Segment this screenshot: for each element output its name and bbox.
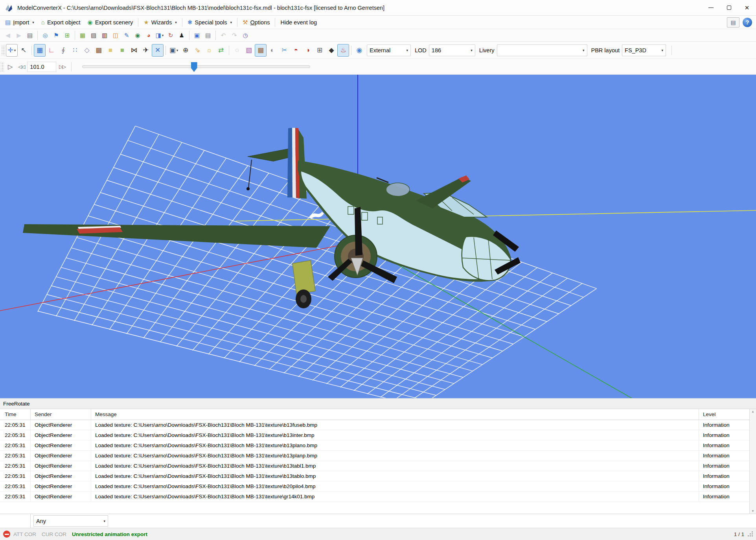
menu-export-object[interactable]: ⌂Export object: [38, 17, 84, 28]
animation-slider-handle[interactable]: [191, 62, 197, 72]
column-header-message[interactable]: Message: [91, 409, 699, 420]
frame-number-input[interactable]: [27, 62, 56, 72]
solid-button[interactable]: ■: [116, 44, 128, 57]
event-log-button[interactable]: ▤: [24, 30, 35, 41]
event-log-scrollbar[interactable]: ▲ ▼: [749, 409, 756, 514]
earth-button[interactable]: ◉: [132, 30, 143, 41]
forward-button[interactable]: ▶: [13, 30, 24, 41]
livery-combobox[interactable]: ▾: [497, 44, 587, 56]
cell-time: 22:05:31: [0, 420, 31, 430]
walk-test-button[interactable]: ♟: [176, 30, 187, 41]
report-button[interactable]: ▤: [202, 30, 213, 41]
minimize-button[interactable]: [702, 0, 720, 15]
table-row[interactable]: 22:05:31ObjectRendererLoaded texture: C:…: [0, 430, 756, 440]
show-axes-button[interactable]: ∟: [46, 44, 57, 57]
event-log-panel-button[interactable]: ▤: [727, 17, 739, 28]
aircraft-button[interactable]: ✈: [140, 44, 152, 57]
play-button[interactable]: ▷: [5, 63, 15, 70]
material-editor-button[interactable]: ▨: [88, 30, 99, 41]
wireframe-button[interactable]: ◇: [81, 44, 93, 57]
help-button[interactable]: ?: [743, 18, 752, 27]
refresh-button[interactable]: ⇄: [215, 44, 227, 57]
camera-button[interactable]: ▣▾: [168, 44, 180, 57]
toolbar-grip[interactable]: [1, 62, 4, 72]
animation-slider-track[interactable]: [82, 65, 310, 68]
statistics-button[interactable]: ◕: [143, 30, 154, 41]
cell-message: Loaded texture: C:\Users\arno\Downloads\…: [91, 451, 699, 461]
filter-stub: [0, 514, 31, 528]
table-row[interactable]: 22:05:31ObjectRendererLoaded texture: C:…: [0, 461, 756, 471]
menu-export-scenery[interactable]: ◉Export scenery: [84, 17, 137, 28]
rewind-button[interactable]: ◁◁: [15, 64, 27, 70]
drawcall-1-button[interactable]: ◑: [302, 44, 314, 57]
center-view-button[interactable]: ⊕: [180, 44, 191, 57]
menu-hide-event-log[interactable]: Hide event log: [277, 17, 320, 28]
table-row[interactable]: 22:05:31ObjectRendererLoaded texture: C:…: [0, 481, 756, 492]
3d-viewport[interactable]: [0, 75, 756, 398]
object-editor-button[interactable]: ✎: [121, 30, 132, 41]
resize-grip[interactable]: [747, 531, 754, 537]
column-header-sender[interactable]: Sender: [31, 409, 91, 420]
view-mode-combobox[interactable]: External ▾: [367, 44, 411, 56]
lighting-button[interactable]: ☼: [203, 44, 215, 57]
animation-editor-button[interactable]: ▥: [99, 30, 110, 41]
animation-skeleton-button[interactable]: ✕: [152, 44, 164, 57]
location-pin-icon: ⚑: [53, 32, 59, 38]
drawcall-0-button[interactable]: ◓: [290, 44, 302, 57]
texture-editor-button[interactable]: ▦: [77, 30, 88, 41]
weight-button[interactable]: ◆: [326, 44, 337, 57]
redo-button[interactable]: ↷: [229, 30, 240, 41]
lod-combobox[interactable]: 186 ▾: [429, 44, 475, 56]
history-button[interactable]: ◷: [240, 30, 251, 41]
toolbar-grip[interactable]: [2, 46, 5, 55]
visibility-button[interactable]: ◉: [353, 44, 365, 57]
textured-button[interactable]: ▩: [93, 44, 105, 57]
attach-points-button[interactable]: ∮: [57, 44, 69, 57]
teapot-button[interactable]: ♨: [337, 44, 349, 57]
table-row[interactable]: 22:05:31ObjectRendererLoaded texture: C:…: [0, 440, 756, 451]
menu-wizards[interactable]: ★Wizards▾: [140, 17, 180, 28]
menu-special-tools[interactable]: ✱Special tools▾: [184, 17, 235, 28]
maximize-button[interactable]: [720, 0, 738, 15]
gray-sphere-button[interactable]: ◐: [267, 44, 278, 57]
bones-button[interactable]: ⋈: [128, 44, 140, 57]
back-arrow-icon: ◀: [6, 32, 10, 38]
show-points-button[interactable]: ∷: [69, 44, 81, 57]
screenshot-button[interactable]: ▣: [191, 30, 202, 41]
light-direction-button[interactable]: ⇘: [191, 44, 203, 57]
placement-button[interactable]: ⚑: [51, 30, 62, 41]
separator: [182, 18, 182, 27]
table-row[interactable]: 22:05:31ObjectRendererLoaded texture: C:…: [0, 451, 756, 461]
replace-button[interactable]: ↻: [165, 30, 176, 41]
menu-import[interactable]: ▤Import▾: [2, 17, 38, 28]
color-cube-button[interactable]: ▧: [243, 44, 255, 57]
table-row[interactable]: 22:05:31ObjectRendererLoaded texture: C:…: [0, 492, 756, 502]
batch-convert-button[interactable]: ◨▾: [154, 30, 165, 41]
hierarchy-button[interactable]: ⊞: [62, 30, 73, 41]
table-row[interactable]: 22:05:31ObjectRendererLoaded texture: C:…: [0, 471, 756, 481]
column-header-time[interactable]: Time: [0, 409, 31, 420]
pbr-layout-combobox[interactable]: FS_P3D ▾: [622, 44, 666, 56]
back-button[interactable]: ◀: [2, 30, 13, 41]
table-row[interactable]: 22:05:31ObjectRendererLoaded texture: C:…: [0, 420, 756, 430]
lod-label: LOD: [415, 47, 427, 53]
uv-grid-button[interactable]: ⊞: [314, 44, 326, 57]
undo-button[interactable]: ↶: [218, 30, 229, 41]
menu-options-label: Options: [250, 19, 270, 26]
level-filter-combobox[interactable]: Any ▾: [33, 515, 108, 527]
select-button[interactable]: ↖: [18, 44, 29, 57]
column-header-level[interactable]: Level: [699, 409, 756, 420]
fast-forward-button[interactable]: ▷▷: [56, 64, 68, 70]
path-tool-button[interactable]: ✂: [278, 44, 290, 57]
no-entry-icon: [3, 531, 10, 538]
preview-button[interactable]: ◎: [40, 30, 51, 41]
scenery-editor-button[interactable]: ◫: [110, 30, 121, 41]
untextured-button[interactable]: ■: [105, 44, 116, 57]
aircraft-model: [23, 128, 521, 308]
lod-wireframe-button[interactable]: ◌: [231, 44, 243, 57]
texture-cube-button[interactable]: ▩: [255, 44, 267, 57]
menu-options[interactable]: ⚒Options: [239, 17, 273, 28]
show-grid-button[interactable]: ▦: [34, 44, 46, 57]
zoom-fit-button[interactable]: ✛▾: [6, 44, 18, 57]
close-button[interactable]: ✕: [738, 0, 756, 15]
